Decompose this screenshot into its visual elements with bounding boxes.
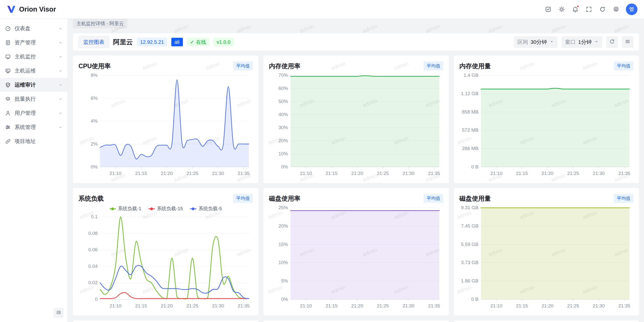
aggregation-badge: 平均值 <box>233 61 253 70</box>
refresh-icon <box>609 39 615 44</box>
chart-header: 系统负载平均值 <box>78 193 253 204</box>
tab-monitor-charts[interactable]: 监控图表 <box>78 36 109 48</box>
chart-svg-disk-usage-rate: 0%5%10%15%20%25%21:1021:1521:2021:2521:3… <box>269 204 443 311</box>
theme-sun-button[interactable] <box>555 3 569 16</box>
sidebar-item-project-link[interactable]: 项目地址 <box>0 134 68 148</box>
chart-header: 内存使用率平均值 <box>269 60 443 72</box>
svg-text:5%: 5% <box>281 278 288 283</box>
chart-grid: CPU使用率平均值0%2%4%6%8%21:1021:1521:2021:252… <box>73 56 639 322</box>
breadcrumb[interactable]: 主机监控详情 - 阿里云 <box>73 19 127 28</box>
sliders-icon <box>5 124 11 130</box>
chart-title: 内存使用率 <box>269 62 300 70</box>
chart-card-disk-usage-rate: 磁盘使用率平均值0%5%10%15%20%25%21:1021:1521:202… <box>263 188 449 315</box>
settings-gear-button[interactable] <box>609 3 623 16</box>
chart-card-disk-usage-amount: 磁盘使用量平均值0 B1.86 GB3.73 GB5.59 GB7.45 GB9… <box>454 188 639 315</box>
svg-text:21:25: 21:25 <box>567 171 579 176</box>
sidebar-item-assets[interactable]: 资产管理 <box>0 35 68 50</box>
sidebar-item-host-monitor[interactable]: 主机监控 <box>0 50 68 64</box>
svg-text:9.31 GB: 9.31 GB <box>461 205 478 210</box>
chart-plot-area: 00.020.040.060.080.121:1021:1521:2021:25… <box>78 213 253 311</box>
chart-svg-disk-usage-amount: 0 B1.86 GB3.73 GB5.59 GB7.45 GB9.31 GB21… <box>459 204 633 311</box>
svg-text:5.59 GB: 5.59 GB <box>461 242 478 247</box>
chart-card-partial <box>454 320 639 322</box>
notification-bell-button[interactable] <box>569 3 582 16</box>
svg-text:40%: 40% <box>278 112 288 117</box>
file-icon <box>5 40 11 46</box>
aggregation-badge: 平均值 <box>614 61 633 70</box>
svg-text:60%: 60% <box>278 86 288 91</box>
svg-text:20%: 20% <box>278 138 288 143</box>
svg-text:21:20: 21:20 <box>161 171 173 176</box>
notification-badge <box>577 5 579 8</box>
sidebar-item-user-mgmt[interactable]: 用户管理 <box>0 106 68 120</box>
fullscreen-icon <box>586 6 592 13</box>
top-header: Orion Visor 管 <box>0 0 644 19</box>
sidebar-item-system-mgmt[interactable]: 系统管理 <box>0 120 68 134</box>
fullscreen-button[interactable] <box>582 3 596 16</box>
chart-plot-area: 0%2%4%6%8%21:1021:1521:2021:2521:3021:35 <box>78 72 253 178</box>
chevron-down-icon <box>58 111 63 115</box>
aggregation-badge: 平均值 <box>424 61 443 70</box>
todo-check-button[interactable] <box>541 3 555 16</box>
svg-text:3.73 GB: 3.73 GB <box>461 260 478 265</box>
svg-text:0%: 0% <box>281 297 288 302</box>
svg-text:21:15: 21:15 <box>135 171 147 176</box>
theme-sun-icon <box>558 6 565 13</box>
chevron-down-icon <box>58 83 63 87</box>
chart-card-mem-usage-rate: 内存使用率平均值0%10%20%30%40%50%60%70%21:1021:1… <box>263 56 449 183</box>
legend-label: 系统负载-5 <box>198 205 222 212</box>
svg-text:25%: 25% <box>278 205 288 210</box>
sidebar-item-host-ops[interactable]: 主机运维 <box>0 64 68 78</box>
topbar-actions: 管 <box>541 3 637 16</box>
shield-icon <box>5 82 11 88</box>
fold-icon <box>56 310 61 315</box>
sidebar-item-ops-audit[interactable]: 运维审计 <box>0 78 68 92</box>
brand[interactable]: Orion Visor <box>7 5 56 14</box>
aggregation-badge: 平均值 <box>614 194 633 203</box>
range-select[interactable]: 区间 30分钟 <box>514 36 557 48</box>
topbar-icon-group <box>541 3 623 16</box>
svg-text:21:20: 21:20 <box>542 303 554 308</box>
list-icon <box>625 39 630 44</box>
ops-icon <box>5 68 11 74</box>
charts-layout-button[interactable] <box>622 36 633 48</box>
app-logo-icon <box>7 5 16 14</box>
sidebar-item-dashboard[interactable]: 仪表盘 <box>0 21 68 35</box>
svg-text:10%: 10% <box>278 260 288 265</box>
legend-item[interactable]: 系统负载-5 <box>190 205 222 212</box>
chart-title: CPU使用率 <box>78 62 111 70</box>
host-code-tag: ali <box>171 38 183 46</box>
user-avatar[interactable]: 管 <box>626 4 637 15</box>
link-icon <box>5 138 11 144</box>
svg-text:8%: 8% <box>91 73 98 78</box>
range-select-value: 30分钟 <box>531 39 547 46</box>
window-select[interactable]: 窗口 1分钟 <box>561 36 602 48</box>
svg-text:0: 0 <box>95 297 98 302</box>
chart-header: 磁盘使用率平均值 <box>269 193 443 204</box>
chart-legend: 系统负载-1系统负载-15系统负载-5 <box>78 204 253 213</box>
chart-card-system-load: 系统负载平均值系统负载-1系统负载-15系统负载-500.020.040.060… <box>73 188 258 315</box>
svg-text:21:20: 21:20 <box>161 303 173 308</box>
svg-text:286 MB: 286 MB <box>462 146 478 151</box>
svg-text:21:30: 21:30 <box>403 171 415 176</box>
chevron-down-icon <box>549 39 554 45</box>
svg-text:7.45 GB: 7.45 GB <box>461 223 478 229</box>
settings-gear-icon <box>613 6 619 13</box>
content: 监控图表 阿里云 12.92.5.21 ali ✓ 在线 v1.0.0 区间 3… <box>68 28 644 322</box>
svg-text:21:30: 21:30 <box>403 303 415 308</box>
svg-text:21:15: 21:15 <box>326 303 338 308</box>
chevron-down-icon <box>58 125 63 129</box>
refresh-button[interactable] <box>596 3 609 16</box>
sidebar-collapse-button[interactable] <box>54 308 64 318</box>
legend-item[interactable]: 系统负载-15 <box>148 205 183 212</box>
chevron-down-icon <box>58 97 63 101</box>
chart-title: 磁盘使用率 <box>269 194 300 203</box>
svg-text:0.04: 0.04 <box>88 264 98 269</box>
legend-item[interactable]: 系统负载-1 <box>109 205 141 212</box>
refresh-icon <box>609 39 615 45</box>
sidebar-item-batch-exec[interactable]: 批量执行 <box>0 92 68 106</box>
sidebar-item-label: 资产管理 <box>15 39 55 46</box>
charts-refresh-button[interactable] <box>606 36 618 48</box>
svg-text:572 MB: 572 MB <box>462 127 478 133</box>
check-icon: ✓ <box>190 39 194 45</box>
